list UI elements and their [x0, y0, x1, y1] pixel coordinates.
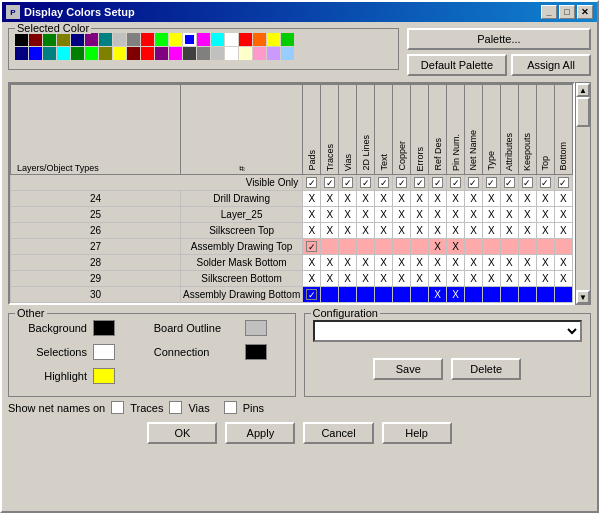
cell[interactable]: [554, 287, 572, 303]
vis-type-check[interactable]: [486, 177, 497, 188]
cell[interactable]: X: [554, 191, 572, 207]
cell[interactable]: [393, 239, 411, 255]
vis-pads[interactable]: [303, 175, 321, 191]
vis-netname[interactable]: [464, 175, 482, 191]
color-swatch[interactable]: [281, 33, 294, 46]
vertical-scrollbar[interactable]: ▲ ▼: [575, 82, 591, 305]
delete-button[interactable]: Delete: [451, 358, 521, 380]
color-swatch[interactable]: [113, 47, 126, 60]
color-swatch[interactable]: [239, 33, 252, 46]
cell[interactable]: X: [447, 255, 465, 271]
cell[interactable]: X: [464, 223, 482, 239]
save-button[interactable]: Save: [373, 358, 443, 380]
cell[interactable]: [339, 287, 357, 303]
cell[interactable]: X: [429, 271, 447, 287]
cell[interactable]: X: [375, 207, 393, 223]
vis-vias[interactable]: [339, 175, 357, 191]
vis-errors-check[interactable]: [414, 177, 425, 188]
palette-button[interactable]: Palette...: [407, 28, 591, 50]
cell[interactable]: X: [357, 191, 375, 207]
cell[interactable]: [393, 287, 411, 303]
cell[interactable]: X: [482, 191, 500, 207]
color-swatch[interactable]: [127, 33, 140, 46]
board-outline-color-box[interactable]: [245, 320, 267, 336]
color-swatch[interactable]: [15, 47, 28, 60]
cell[interactable]: X: [339, 223, 357, 239]
cell[interactable]: [536, 239, 554, 255]
vis-attributes[interactable]: [500, 175, 518, 191]
color-swatch[interactable]: [169, 47, 182, 60]
connection-color-box[interactable]: [245, 344, 267, 360]
scroll-down-btn[interactable]: ▼: [576, 290, 590, 304]
cell[interactable]: [518, 239, 536, 255]
cell[interactable]: X: [411, 271, 429, 287]
cell[interactable]: X: [554, 207, 572, 223]
color-swatch-selected[interactable]: [183, 33, 196, 46]
vis-top[interactable]: [536, 175, 554, 191]
vis-pinnum[interactable]: [447, 175, 465, 191]
vis-top-check[interactable]: [540, 177, 551, 188]
cell[interactable]: X: [303, 223, 321, 239]
config-select[interactable]: [313, 320, 583, 342]
color-swatch[interactable]: [197, 33, 210, 46]
cell[interactable]: X: [447, 191, 465, 207]
cell[interactable]: X: [518, 223, 536, 239]
cell[interactable]: X: [339, 255, 357, 271]
vis-copper-check[interactable]: [396, 177, 407, 188]
cell[interactable]: X: [536, 223, 554, 239]
cell[interactable]: X: [339, 191, 357, 207]
cell[interactable]: X: [411, 207, 429, 223]
color-swatch[interactable]: [141, 33, 154, 46]
cell[interactable]: X: [554, 255, 572, 271]
cell[interactable]: X: [447, 271, 465, 287]
cell[interactable]: X: [518, 207, 536, 223]
cell[interactable]: X: [429, 191, 447, 207]
vis-bottom-check[interactable]: [558, 177, 569, 188]
cell[interactable]: X: [447, 223, 465, 239]
color-swatch[interactable]: [99, 47, 112, 60]
vis-text[interactable]: [375, 175, 393, 191]
cell[interactable]: [500, 287, 518, 303]
cell[interactable]: [482, 239, 500, 255]
cell[interactable]: X: [375, 191, 393, 207]
cell[interactable]: X: [321, 271, 339, 287]
cell[interactable]: X: [375, 271, 393, 287]
cell[interactable]: [321, 239, 339, 255]
vis-attributes-check[interactable]: [504, 177, 515, 188]
cell[interactable]: [375, 239, 393, 255]
cell[interactable]: [321, 287, 339, 303]
color-swatch[interactable]: [281, 47, 294, 60]
cell[interactable]: [554, 239, 572, 255]
cell[interactable]: [464, 287, 482, 303]
vis-netname-check[interactable]: [468, 177, 479, 188]
cell[interactable]: X: [518, 255, 536, 271]
color-swatch[interactable]: [57, 33, 70, 46]
color-swatch[interactable]: [225, 47, 238, 60]
cell[interactable]: X: [411, 223, 429, 239]
cell[interactable]: X: [500, 207, 518, 223]
minimize-button[interactable]: _: [541, 5, 557, 19]
color-swatch[interactable]: [225, 33, 238, 46]
color-swatch[interactable]: [211, 33, 224, 46]
cell[interactable]: X: [357, 255, 375, 271]
cell[interactable]: X: [411, 255, 429, 271]
vis-2dlines[interactable]: [357, 175, 375, 191]
color-swatch[interactable]: [71, 33, 84, 46]
cell[interactable]: X: [339, 207, 357, 223]
cell[interactable]: X: [500, 191, 518, 207]
color-swatch[interactable]: [267, 47, 280, 60]
color-swatch[interactable]: [71, 47, 84, 60]
traces-checkbox[interactable]: [111, 401, 124, 414]
cell[interactable]: X: [429, 287, 447, 303]
color-swatch[interactable]: [141, 47, 154, 60]
ok-button[interactable]: OK: [147, 422, 217, 444]
vias-checkbox[interactable]: [169, 401, 182, 414]
cell[interactable]: X: [536, 207, 554, 223]
cell[interactable]: [464, 239, 482, 255]
help-button[interactable]: Help: [382, 422, 452, 444]
vis-refdes-check[interactable]: [432, 177, 443, 188]
cell[interactable]: X: [536, 271, 554, 287]
vis-keepouts[interactable]: [518, 175, 536, 191]
vis-traces-check[interactable]: [324, 177, 335, 188]
row27-check[interactable]: [306, 241, 317, 252]
